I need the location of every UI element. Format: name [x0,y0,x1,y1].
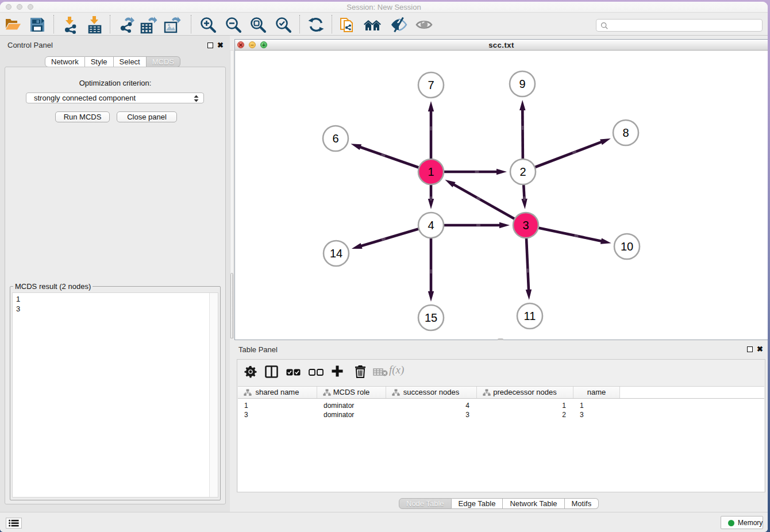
tab-network[interactable]: Network [45,56,85,67]
tab-network-table[interactable]: Network Table [503,498,564,509]
delete-table-icon[interactable] [373,368,388,379]
edge-handle [575,236,579,236]
import-network-icon[interactable] [60,16,79,34]
network-window-title: scc.txt [235,41,768,49]
first-neighbors-icon[interactable] [363,16,382,34]
edge-arrowhead [519,100,525,110]
optimization-criterion-label: Optimization criterion: [5,79,225,87]
run-mcds-button[interactable]: Run MCDS [55,111,110,122]
zoom-selected-icon[interactable] [274,16,292,34]
control-panel-tabbar: NetworkStyleSelectMCDS [45,56,180,67]
edge-arrowhead [428,291,434,302]
mcds-result-textarea[interactable]: 1 3 [12,292,218,498]
table-cell[interactable]: 1 [580,401,613,410]
search-icon [600,22,609,30]
attribute-icon [323,389,331,396]
close-panel-button[interactable]: Close panel [117,111,177,122]
show-all-icon[interactable] [415,16,433,34]
cytoscape-window: Session: New Session [0,2,768,532]
table-panel-tabbar: Node TableEdge TableNetwork TableMotifs [399,498,599,509]
show-columns-icon[interactable] [265,365,278,380]
select-all-icon[interactable] [286,368,301,378]
close-panel-icon[interactable]: ✖ [217,43,224,48]
graph-node-label: 14 [330,247,342,260]
edge-handle [382,239,386,240]
table-cell[interactable]: 2 [483,410,566,419]
table-cell[interactable]: 1 [244,401,310,410]
zoom-fit-icon[interactable] [249,16,267,34]
close-panel-icon[interactable]: ✖ [757,346,763,352]
add-column-icon[interactable] [331,365,344,380]
table-cell[interactable]: 1 [483,401,566,410]
table-header-row: shared nameMCDS rolesuccessor nodesprede… [238,387,764,399]
tab-select[interactable]: Select [114,56,147,67]
tab-mcds[interactable]: MCDS [147,56,180,67]
network-window-titlebar[interactable]: ✕ − + scc.txt [235,40,768,51]
edge-arrowhead [499,222,510,228]
tab-edge-table[interactable]: Edge Table [452,498,503,509]
column-header-name[interactable]: name [573,387,620,398]
export-image-icon[interactable] [163,16,181,34]
network-graph[interactable]: 1234678910111415 [235,51,768,340]
edge-arrowhead [352,243,363,249]
tab-motifs[interactable]: Motifs [565,498,599,509]
table-cell[interactable]: 3 [392,410,469,419]
tab-style[interactable]: Style [85,56,114,67]
table-cell[interactable]: dominator [324,410,379,419]
result-scrollbar[interactable] [209,293,218,497]
attribute-icon [483,389,491,396]
float-panel-icon[interactable] [747,346,753,352]
column-header-predecessor-nodes[interactable]: predecessor nodes [477,387,573,398]
deselect-all-icon[interactable] [309,368,324,378]
edge-arrowhead [428,101,434,111]
duplicate-network-icon[interactable] [338,16,356,34]
table-cell[interactable]: 4 [392,401,469,410]
mcds-result-text: 1 3 [16,295,20,313]
search-input[interactable] [596,19,763,32]
table-cell[interactable]: dominator [324,401,379,410]
graph-node-label: 4 [428,219,434,232]
zoom-out-icon[interactable] [224,16,242,34]
function-builder-icon[interactable]: f(x) [389,364,404,376]
column-header-successor-nodes[interactable]: successor nodes [386,387,477,398]
network-vertical-scrollbar[interactable] [230,50,234,338]
edge-arrowhead [351,144,361,150]
refresh-icon[interactable] [307,16,325,34]
table-cell[interactable]: 3 [580,410,613,419]
float-panel-icon[interactable] [207,43,213,48]
export-table-icon[interactable] [139,16,157,34]
network-canvas[interactable]: 1234678910111415 [235,51,768,340]
open-file-icon[interactable] [3,16,22,34]
select-spinner-icon [193,94,199,105]
tab-node-table[interactable]: Node Table [399,498,452,509]
mcds-tab-content: Optimization criterion: strongly connect… [5,67,226,504]
table-panel-title: Table Panel [238,345,278,354]
graph-node-label: 11 [524,310,536,322]
graph-node-label: 1 [428,165,434,178]
task-history-button[interactable] [6,518,22,529]
export-network-icon[interactable] [117,16,136,34]
zoom-in-icon[interactable] [199,16,217,34]
table-cell[interactable]: 3 [244,410,310,419]
main-toolbar [0,13,768,36]
table-toolbar: f(x) [237,360,765,385]
table-row[interactable]: 3dominator323 [238,410,764,419]
import-table-icon[interactable] [85,16,103,34]
table-row[interactable]: 1dominator411 [238,401,764,410]
save-session-icon[interactable] [28,16,47,34]
memory-button[interactable]: Memory [721,516,763,529]
control-panel: Control Panel ✖ NetworkStyleSelectMCDS O… [0,36,230,512]
scrollbar-thumb[interactable] [230,273,233,338]
column-header-MCDS-role[interactable]: MCDS role [317,387,386,398]
table-options-icon[interactable] [244,365,257,381]
optimization-criterion-select[interactable]: strongly connected component [26,92,204,103]
edge-arrowhead [600,138,611,145]
status-bar: Memory [0,512,768,532]
edge-arrowhead [600,238,611,244]
column-header-label: MCDS role [333,388,370,396]
toolbar-separator [191,15,191,33]
delete-column-icon[interactable] [355,365,366,380]
column-header-shared-name[interactable]: shared name [238,387,317,398]
hide-selected-icon[interactable] [390,16,408,34]
edge-handle [572,152,576,153]
